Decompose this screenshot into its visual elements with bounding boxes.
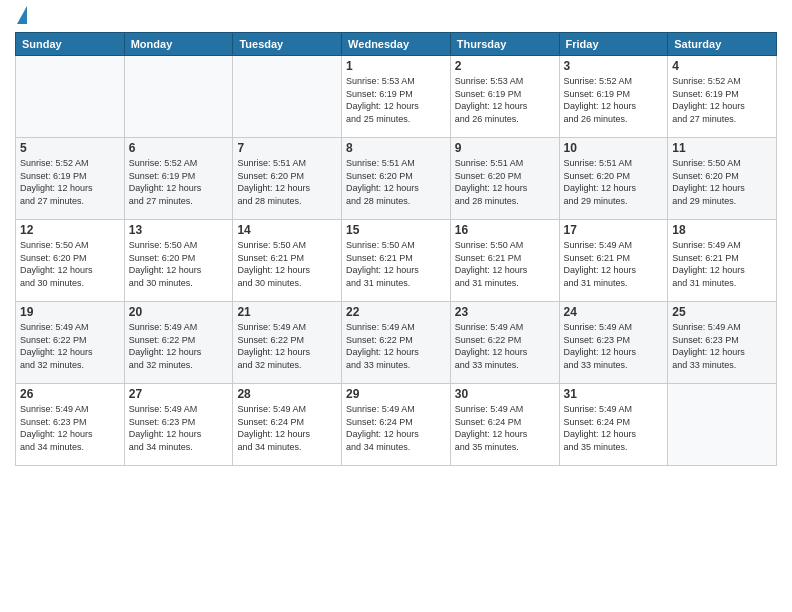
calendar-cell xyxy=(16,56,125,138)
day-number: 12 xyxy=(20,223,120,237)
calendar-cell: 18Sunrise: 5:49 AM Sunset: 6:21 PM Dayli… xyxy=(668,220,777,302)
day-info: Sunrise: 5:50 AM Sunset: 6:21 PM Dayligh… xyxy=(455,239,555,289)
calendar-cell: 28Sunrise: 5:49 AM Sunset: 6:24 PM Dayli… xyxy=(233,384,342,466)
day-info: Sunrise: 5:52 AM Sunset: 6:19 PM Dayligh… xyxy=(129,157,229,207)
day-info: Sunrise: 5:49 AM Sunset: 6:23 PM Dayligh… xyxy=(564,321,664,371)
day-number: 4 xyxy=(672,59,772,73)
day-number: 10 xyxy=(564,141,664,155)
calendar-cell: 24Sunrise: 5:49 AM Sunset: 6:23 PM Dayli… xyxy=(559,302,668,384)
calendar-cell: 9Sunrise: 5:51 AM Sunset: 6:20 PM Daylig… xyxy=(450,138,559,220)
day-info: Sunrise: 5:49 AM Sunset: 6:22 PM Dayligh… xyxy=(455,321,555,371)
day-info: Sunrise: 5:49 AM Sunset: 6:24 PM Dayligh… xyxy=(346,403,446,453)
calendar-header: SundayMondayTuesdayWednesdayThursdayFrid… xyxy=(16,33,777,56)
calendar-cell: 15Sunrise: 5:50 AM Sunset: 6:21 PM Dayli… xyxy=(342,220,451,302)
day-info: Sunrise: 5:52 AM Sunset: 6:19 PM Dayligh… xyxy=(564,75,664,125)
day-info: Sunrise: 5:51 AM Sunset: 6:20 PM Dayligh… xyxy=(237,157,337,207)
header-day-thursday: Thursday xyxy=(450,33,559,56)
calendar-table: SundayMondayTuesdayWednesdayThursdayFrid… xyxy=(15,32,777,466)
day-info: Sunrise: 5:49 AM Sunset: 6:22 PM Dayligh… xyxy=(129,321,229,371)
day-info: Sunrise: 5:50 AM Sunset: 6:21 PM Dayligh… xyxy=(237,239,337,289)
header-day-saturday: Saturday xyxy=(668,33,777,56)
day-number: 23 xyxy=(455,305,555,319)
day-number: 13 xyxy=(129,223,229,237)
day-number: 27 xyxy=(129,387,229,401)
logo-triangle-icon xyxy=(17,6,27,24)
calendar-cell: 2Sunrise: 5:53 AM Sunset: 6:19 PM Daylig… xyxy=(450,56,559,138)
day-info: Sunrise: 5:53 AM Sunset: 6:19 PM Dayligh… xyxy=(346,75,446,125)
calendar-cell: 14Sunrise: 5:50 AM Sunset: 6:21 PM Dayli… xyxy=(233,220,342,302)
page: SundayMondayTuesdayWednesdayThursdayFrid… xyxy=(0,0,792,612)
day-number: 1 xyxy=(346,59,446,73)
day-number: 22 xyxy=(346,305,446,319)
calendar-cell: 7Sunrise: 5:51 AM Sunset: 6:20 PM Daylig… xyxy=(233,138,342,220)
calendar-cell: 5Sunrise: 5:52 AM Sunset: 6:19 PM Daylig… xyxy=(16,138,125,220)
calendar-body: 1Sunrise: 5:53 AM Sunset: 6:19 PM Daylig… xyxy=(16,56,777,466)
week-row-1: 1Sunrise: 5:53 AM Sunset: 6:19 PM Daylig… xyxy=(16,56,777,138)
header-day-sunday: Sunday xyxy=(16,33,125,56)
day-info: Sunrise: 5:50 AM Sunset: 6:21 PM Dayligh… xyxy=(346,239,446,289)
day-number: 24 xyxy=(564,305,664,319)
calendar-cell: 10Sunrise: 5:51 AM Sunset: 6:20 PM Dayli… xyxy=(559,138,668,220)
header-day-monday: Monday xyxy=(124,33,233,56)
day-number: 26 xyxy=(20,387,120,401)
day-info: Sunrise: 5:49 AM Sunset: 6:22 PM Dayligh… xyxy=(20,321,120,371)
calendar-cell: 20Sunrise: 5:49 AM Sunset: 6:22 PM Dayli… xyxy=(124,302,233,384)
calendar-cell: 1Sunrise: 5:53 AM Sunset: 6:19 PM Daylig… xyxy=(342,56,451,138)
day-number: 5 xyxy=(20,141,120,155)
calendar-cell: 16Sunrise: 5:50 AM Sunset: 6:21 PM Dayli… xyxy=(450,220,559,302)
calendar-cell: 3Sunrise: 5:52 AM Sunset: 6:19 PM Daylig… xyxy=(559,56,668,138)
day-number: 6 xyxy=(129,141,229,155)
day-info: Sunrise: 5:52 AM Sunset: 6:19 PM Dayligh… xyxy=(672,75,772,125)
day-info: Sunrise: 5:49 AM Sunset: 6:22 PM Dayligh… xyxy=(237,321,337,371)
day-number: 16 xyxy=(455,223,555,237)
header xyxy=(15,10,777,24)
day-number: 28 xyxy=(237,387,337,401)
logo-text xyxy=(15,10,27,24)
calendar-cell: 23Sunrise: 5:49 AM Sunset: 6:22 PM Dayli… xyxy=(450,302,559,384)
day-info: Sunrise: 5:49 AM Sunset: 6:22 PM Dayligh… xyxy=(346,321,446,371)
day-info: Sunrise: 5:49 AM Sunset: 6:23 PM Dayligh… xyxy=(672,321,772,371)
calendar-cell: 11Sunrise: 5:50 AM Sunset: 6:20 PM Dayli… xyxy=(668,138,777,220)
day-info: Sunrise: 5:50 AM Sunset: 6:20 PM Dayligh… xyxy=(20,239,120,289)
calendar-cell: 13Sunrise: 5:50 AM Sunset: 6:20 PM Dayli… xyxy=(124,220,233,302)
calendar-cell: 6Sunrise: 5:52 AM Sunset: 6:19 PM Daylig… xyxy=(124,138,233,220)
calendar-cell: 19Sunrise: 5:49 AM Sunset: 6:22 PM Dayli… xyxy=(16,302,125,384)
week-row-5: 26Sunrise: 5:49 AM Sunset: 6:23 PM Dayli… xyxy=(16,384,777,466)
calendar-cell: 29Sunrise: 5:49 AM Sunset: 6:24 PM Dayli… xyxy=(342,384,451,466)
day-number: 25 xyxy=(672,305,772,319)
day-info: Sunrise: 5:50 AM Sunset: 6:20 PM Dayligh… xyxy=(129,239,229,289)
day-number: 29 xyxy=(346,387,446,401)
header-row: SundayMondayTuesdayWednesdayThursdayFrid… xyxy=(16,33,777,56)
day-number: 2 xyxy=(455,59,555,73)
day-info: Sunrise: 5:49 AM Sunset: 6:21 PM Dayligh… xyxy=(672,239,772,289)
day-info: Sunrise: 5:49 AM Sunset: 6:21 PM Dayligh… xyxy=(564,239,664,289)
day-number: 20 xyxy=(129,305,229,319)
day-info: Sunrise: 5:51 AM Sunset: 6:20 PM Dayligh… xyxy=(455,157,555,207)
header-day-tuesday: Tuesday xyxy=(233,33,342,56)
calendar-cell xyxy=(233,56,342,138)
calendar-cell xyxy=(668,384,777,466)
day-number: 7 xyxy=(237,141,337,155)
day-info: Sunrise: 5:51 AM Sunset: 6:20 PM Dayligh… xyxy=(346,157,446,207)
calendar-cell: 25Sunrise: 5:49 AM Sunset: 6:23 PM Dayli… xyxy=(668,302,777,384)
calendar-cell xyxy=(124,56,233,138)
day-number: 19 xyxy=(20,305,120,319)
day-info: Sunrise: 5:50 AM Sunset: 6:20 PM Dayligh… xyxy=(672,157,772,207)
day-number: 17 xyxy=(564,223,664,237)
calendar-cell: 22Sunrise: 5:49 AM Sunset: 6:22 PM Dayli… xyxy=(342,302,451,384)
calendar-cell: 12Sunrise: 5:50 AM Sunset: 6:20 PM Dayli… xyxy=(16,220,125,302)
day-number: 11 xyxy=(672,141,772,155)
calendar-cell: 27Sunrise: 5:49 AM Sunset: 6:23 PM Dayli… xyxy=(124,384,233,466)
day-info: Sunrise: 5:49 AM Sunset: 6:24 PM Dayligh… xyxy=(564,403,664,453)
day-info: Sunrise: 5:51 AM Sunset: 6:20 PM Dayligh… xyxy=(564,157,664,207)
calendar-cell: 8Sunrise: 5:51 AM Sunset: 6:20 PM Daylig… xyxy=(342,138,451,220)
day-number: 21 xyxy=(237,305,337,319)
calendar-cell: 4Sunrise: 5:52 AM Sunset: 6:19 PM Daylig… xyxy=(668,56,777,138)
day-info: Sunrise: 5:49 AM Sunset: 6:24 PM Dayligh… xyxy=(237,403,337,453)
day-info: Sunrise: 5:49 AM Sunset: 6:23 PM Dayligh… xyxy=(129,403,229,453)
week-row-3: 12Sunrise: 5:50 AM Sunset: 6:20 PM Dayli… xyxy=(16,220,777,302)
day-number: 31 xyxy=(564,387,664,401)
day-number: 14 xyxy=(237,223,337,237)
day-number: 3 xyxy=(564,59,664,73)
day-number: 8 xyxy=(346,141,446,155)
